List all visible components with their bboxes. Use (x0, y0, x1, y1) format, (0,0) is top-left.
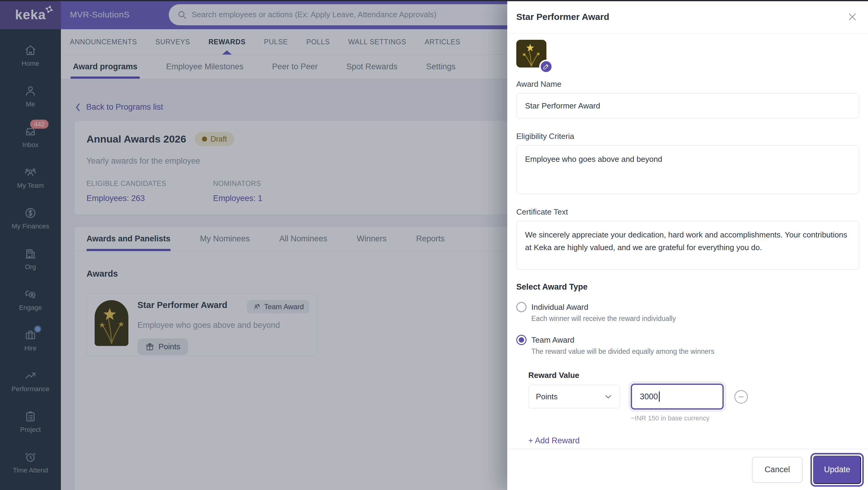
reward-amount-input[interactable]: 3000 (631, 384, 724, 409)
radio-unchecked-icon[interactable] (516, 302, 527, 312)
close-icon (847, 12, 858, 22)
panel-footer: Cancel Update (507, 449, 868, 490)
team-award-option[interactable]: Team Award The reward value will be divi… (516, 335, 859, 356)
radio-checked-icon[interactable] (516, 335, 527, 345)
remove-reward-button[interactable] (735, 390, 748, 403)
award-name-label: Award Name (516, 80, 859, 89)
edit-image-button[interactable] (539, 60, 553, 73)
update-button-focus-ring: Update (810, 453, 864, 487)
reward-value-label: Reward Value (528, 371, 859, 380)
award-name-input[interactable]: Star Performer Award (516, 93, 859, 118)
reward-value-section: Reward Value Points 3000 ~INR 150 in bas… (528, 371, 859, 446)
chevron-down-icon (604, 392, 613, 401)
cancel-button[interactable]: Cancel (752, 457, 803, 483)
text-caret (659, 392, 660, 402)
add-reward-link[interactable]: + Add Reward (528, 436, 580, 446)
modal-scrim[interactable] (0, 0, 507, 490)
reward-type-select[interactable]: Points (528, 385, 620, 408)
panel-body: Award Name Star Performer Award Eligibil… (507, 34, 868, 449)
minus-icon (738, 394, 744, 400)
window-edge (0, 0, 868, 1)
panel-header: Star Performer Award (507, 0, 868, 34)
individual-award-option[interactable]: Individual Award Each winner will receiv… (516, 302, 859, 323)
individual-award-description: Each winner will receive the reward indi… (531, 315, 859, 323)
edit-award-panel: Star Performer Award (507, 0, 868, 490)
panel-title: Star Performer Award (516, 12, 609, 22)
pencil-icon (543, 63, 550, 70)
certificate-label: Certificate Text (516, 207, 859, 217)
close-button[interactable] (846, 10, 859, 24)
eligibility-label: Eligibility Criteria (516, 132, 859, 141)
app-root: keka MVR-SolutionS (0, 0, 868, 490)
currency-helper-text: ~INR 150 in base currency (631, 415, 859, 422)
update-button[interactable]: Update (813, 456, 861, 484)
eligibility-textarea[interactable]: Employee who goes above and beyond (516, 145, 859, 194)
award-type-heading: Select Award Type (516, 282, 859, 292)
team-award-description: The reward value will be divided equally… (531, 347, 859, 356)
certificate-textarea[interactable]: We sincerely appreciate your dedication,… (516, 221, 859, 270)
